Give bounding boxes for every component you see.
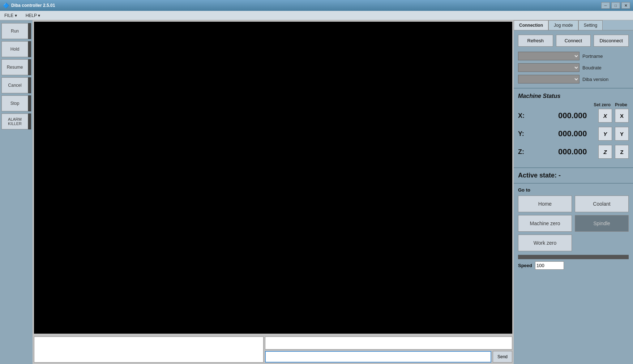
main-layout: Run Hold Resume Cancel Stop ALARM KILLER [0,20,633,364]
y-value: 000.000 [558,129,598,138]
coolant-button[interactable]: Coolant [575,196,629,212]
probe-header: Probe [615,102,627,107]
speed-section: Speed [518,255,629,270]
sidebar-divider-alarm [28,114,31,129]
sidebar: Run Hold Resume Cancel Stop ALARM KILLER [0,20,33,364]
x-buttons: X X [598,109,629,123]
sidebar-divider-hold [28,41,31,57]
right-bottom-panel: Send [265,337,512,363]
menubar: FILE ▾ HELP ▾ [0,11,633,20]
speed-bar-container [518,255,629,259]
machine-zero-button[interactable]: Machine zero [518,215,572,232]
app-title: Diba controller 2.5.01 [11,3,55,8]
run-button[interactable]: Run [1,23,28,39]
sidebar-divider-cancel [28,77,31,93]
connect-button[interactable]: Connect [556,35,591,47]
z-probe-button[interactable]: Z [615,145,629,159]
sidebar-row-resume: Resume [1,59,31,75]
stop-button[interactable]: Stop [1,95,28,111]
set-zero-header: Set zero [594,102,611,107]
status-output [265,337,512,350]
diba-version-row: Diba version [518,75,629,83]
sidebar-row-hold: Hold [1,41,31,57]
speed-bar [518,255,628,259]
help-menu[interactable]: HELP ▾ [23,12,42,19]
boudrate-row: Boudrate [518,63,629,72]
app-icon: 🔷 [3,3,9,8]
x-probe-button[interactable]: X [615,109,629,123]
command-row: Send [265,351,512,363]
z-axis-row: Z: 000.000 Z Z [518,145,629,159]
home-button[interactable]: Home [518,196,572,212]
close-button[interactable]: ✕ [621,2,630,9]
portname-label: Portname [582,53,603,59]
boudrate-select[interactable] [518,63,579,72]
hold-button[interactable]: Hold [1,41,28,57]
titlebar-controls: ─ □ ✕ [601,2,630,9]
refresh-button[interactable]: Refresh [518,35,553,47]
x-set-zero-button[interactable]: X [598,109,612,123]
tab-setting[interactable]: Setting [578,20,603,30]
minimize-button[interactable]: ─ [601,2,610,9]
conn-buttons: Refresh Connect Disconnect [518,35,629,47]
active-state-value: - [559,172,561,179]
goto-label: Go to [518,187,629,193]
sidebar-row-alarm: ALARM KILLER [1,114,31,129]
coord-headers: Set zero Probe [518,102,629,107]
resume-button[interactable]: Resume [1,59,28,75]
x-value: 000.000 [558,111,598,120]
x-label: X: [518,112,558,120]
bottom-panel: Send [33,335,514,364]
titlebar-left: 🔷 Diba controller 2.5.01 [3,3,55,8]
spindle-button[interactable]: Spindle [575,215,629,232]
command-input[interactable] [265,351,491,363]
y-label: Y: [518,130,558,138]
speed-label: Speed [518,263,532,268]
y-buttons: Y Y [598,127,629,141]
right-panel: Connection Jog mode Setting Refresh Conn… [514,20,633,364]
y-probe-button[interactable]: Y [615,127,629,141]
z-value: 000.000 [558,147,598,157]
diba-version-select[interactable] [518,75,579,83]
sidebar-divider-run [28,23,31,39]
x-axis-row: X: 000.000 X X [518,109,629,123]
diba-version-label: Diba version [582,77,608,82]
alarm-killer-button[interactable]: ALARM KILLER [1,114,28,129]
y-axis-row: Y: 000.000 Y Y [518,127,629,141]
file-menu[interactable]: FILE ▾ [2,12,19,19]
machine-status-panel: Machine Status Set zero Probe X: 000.000… [514,88,633,167]
sidebar-row-cancel: Cancel [1,77,31,93]
y-set-zero-button[interactable]: Y [598,127,612,141]
disconnect-button[interactable]: Disconnect [594,35,629,47]
console-output [34,337,264,363]
titlebar: 🔷 Diba controller 2.5.01 ─ □ ✕ [0,0,633,11]
tabs: Connection Jog mode Setting [514,20,633,30]
active-state-label: Active state: [518,172,557,179]
connection-panel: Refresh Connect Disconnect Portname Boud… [514,30,633,88]
boudrate-label: Boudrate [582,65,602,70]
send-button[interactable]: Send [493,351,512,363]
goto-panel: Go to Home Coolant Machine zero Spindle … [514,183,633,364]
speed-label-row: Speed [518,261,629,270]
z-set-zero-button[interactable]: Z [598,145,612,159]
machine-status-title: Machine Status [518,93,629,99]
work-zero-button[interactable]: Work zero [518,235,572,251]
speed-input[interactable] [535,261,564,270]
canvas-view [34,22,512,334]
maximize-button[interactable]: □ [611,2,620,9]
z-buttons: Z Z [598,145,629,159]
sidebar-row-run: Run [1,23,31,39]
canvas-area: Send [33,20,514,364]
sidebar-divider-stop [28,95,31,111]
goto-buttons: Home Coolant Machine zero Spindle Work z… [518,196,629,251]
z-label: Z: [518,148,558,156]
tab-connection[interactable]: Connection [514,20,548,30]
active-state-panel: Active state: - [514,167,633,183]
conn-selects: Portname Boudrate Diba version [518,52,629,83]
sidebar-row-stop: Stop [1,95,31,111]
portname-select[interactable] [518,52,579,60]
tab-jog-mode[interactable]: Jog mode [548,20,578,30]
portname-row: Portname [518,52,629,60]
sidebar-divider-resume [28,59,31,75]
cancel-button[interactable]: Cancel [1,77,28,93]
